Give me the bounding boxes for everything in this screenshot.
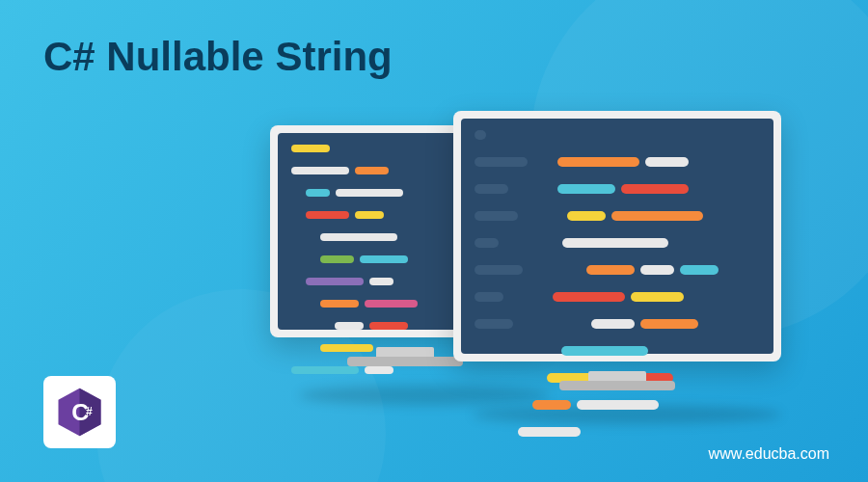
logo-hash-symbol: # bbox=[86, 405, 93, 418]
monitor-front-stand bbox=[588, 371, 646, 388]
csharp-logo: C # bbox=[43, 376, 116, 448]
website-url: www.educba.com bbox=[709, 445, 829, 463]
csharp-hexagon-icon: C # bbox=[53, 386, 106, 439]
monitor-front-screen bbox=[461, 119, 773, 354]
monitor-front bbox=[453, 111, 781, 362]
page-title: C# Nullable String bbox=[43, 34, 393, 80]
monitor-back-stand bbox=[376, 347, 434, 364]
